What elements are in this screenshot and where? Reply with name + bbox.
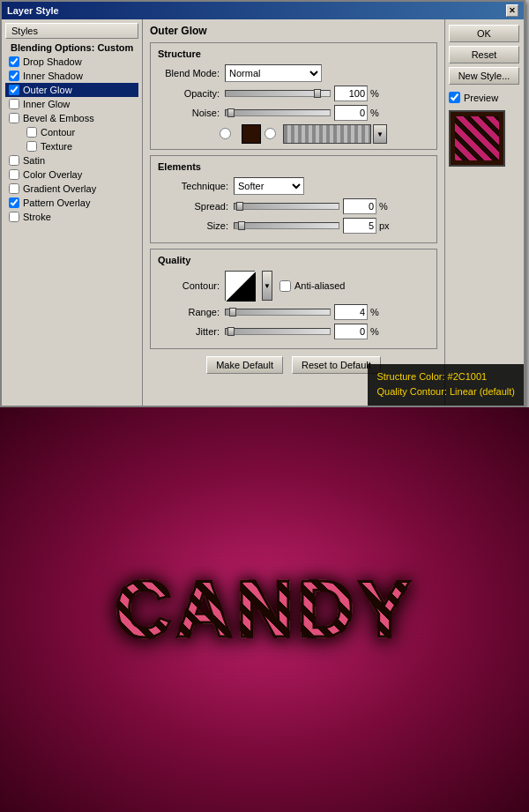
- ok-button[interactable]: OK: [449, 25, 519, 42]
- quality-title: Quality: [158, 255, 429, 265]
- texture-checkbox[interactable]: [26, 141, 37, 152]
- size-label: Size:: [158, 220, 228, 231]
- structure-title: Structure: [158, 48, 429, 59]
- preview-checkbox[interactable]: [449, 92, 460, 103]
- inner-shadow-checkbox[interactable]: [9, 71, 19, 81]
- sidebar-item-bevel-emboss[interactable]: Bevel & Emboss: [5, 111, 138, 125]
- main-content: Outer Glow Structure Blend Mode: Normal …: [143, 19, 444, 406]
- range-slider[interactable]: [225, 309, 331, 316]
- sidebar-item-color-overlay[interactable]: Color Overlay: [5, 168, 138, 182]
- solid-color-radio[interactable]: [220, 128, 231, 139]
- elements-title: Elements: [158, 161, 429, 172]
- canvas-area: CANDY: [0, 407, 529, 812]
- anti-alias-row: Anti-aliased: [279, 280, 345, 292]
- opacity-slider[interactable]: [225, 90, 331, 97]
- gradient-overlay-checkbox[interactable]: [9, 183, 19, 194]
- contour-label: Contour:: [158, 280, 220, 291]
- noise-slider[interactable]: [225, 109, 331, 116]
- contour-preview[interactable]: [225, 271, 255, 301]
- size-thumb[interactable]: [238, 221, 245, 230]
- contour-row: Contour: ▼ Anti-aliased: [158, 271, 429, 301]
- sidebar-item-inner-glow[interactable]: Inner Glow: [5, 97, 138, 111]
- action-panel: OK Reset New Style... Preview: [444, 19, 524, 406]
- noise-input[interactable]: [334, 105, 368, 121]
- blend-mode-label: Blend Mode:: [158, 68, 220, 78]
- pattern-overlay-checkbox[interactable]: [9, 197, 19, 208]
- technique-label: Technique:: [158, 181, 228, 191]
- color-overlay-checkbox[interactable]: [9, 169, 19, 180]
- noise-label: Noise:: [158, 108, 220, 118]
- sidebar-item-inner-shadow[interactable]: Inner Shadow: [5, 69, 138, 83]
- make-default-button[interactable]: Make Default: [206, 356, 283, 374]
- color-swatch[interactable]: [242, 124, 261, 144]
- sidebar-item-texture[interactable]: Texture: [5, 139, 138, 153]
- tooltip-box: Structure Color: #2C1001 Quality Contour…: [368, 364, 524, 406]
- spread-slider[interactable]: [234, 203, 339, 210]
- close-button[interactable]: ✕: [506, 4, 518, 17]
- jitter-row: Jitter: %: [158, 324, 429, 339]
- sidebar-item-outer-glow[interactable]: Outer Glow: [5, 83, 138, 97]
- preview-thumbnail: [449, 110, 505, 167]
- sidebar-item-pattern-overlay[interactable]: Pattern Overlay: [5, 196, 138, 210]
- sidebar-item-stroke[interactable]: Stroke: [5, 210, 138, 224]
- blend-mode-select[interactable]: Normal: [225, 64, 322, 82]
- range-unit: %: [370, 307, 379, 317]
- jitter-thumb[interactable]: [227, 327, 235, 336]
- contour-checkbox[interactable]: [26, 127, 37, 138]
- size-slider[interactable]: [234, 222, 339, 229]
- sidebar-item-contour[interactable]: Contour: [5, 125, 138, 139]
- blending-options-item[interactable]: Blending Options: Custom: [5, 41, 138, 55]
- gradient-radio[interactable]: [264, 128, 276, 139]
- preview-label: Preview: [449, 92, 520, 103]
- sidebar-item-satin[interactable]: Satin: [5, 153, 138, 168]
- noise-unit: %: [370, 108, 379, 118]
- section-title: Outer Glow: [150, 25, 437, 37]
- spread-input[interactable]: [343, 198, 376, 214]
- range-thumb[interactable]: [229, 308, 236, 317]
- noise-row: Noise: %: [158, 105, 429, 121]
- elements-group: Elements Technique: Softer Spread: %: [150, 155, 437, 243]
- size-input[interactable]: [343, 218, 376, 234]
- spread-row: Spread: %: [158, 198, 429, 214]
- sidebar-item-gradient-overlay[interactable]: Gradient Overlay: [5, 182, 138, 196]
- jitter-label: Jitter:: [158, 326, 220, 337]
- preview-thumb-inner: [455, 116, 499, 160]
- opacity-unit: %: [370, 88, 379, 99]
- sidebar-item-drop-shadow[interactable]: Drop Shadow: [5, 55, 138, 69]
- dialog-titlebar: Layer Style ✕: [2, 2, 524, 19]
- range-input[interactable]: [334, 304, 368, 320]
- dialog-body: Styles Blending Options: Custom Drop Sha…: [2, 19, 524, 406]
- structure-group: Structure Blend Mode: Normal Opacity: %: [150, 42, 437, 150]
- range-label: Range:: [158, 307, 220, 317]
- jitter-slider[interactable]: [225, 328, 331, 335]
- color-row: ▼: [158, 124, 429, 144]
- left-panel: Styles Blending Options: Custom Drop Sha…: [2, 19, 143, 406]
- technique-select[interactable]: Softer: [234, 177, 304, 195]
- opacity-thumb[interactable]: [314, 89, 321, 98]
- range-row: Range: %: [158, 304, 429, 320]
- gradient-swatch[interactable]: [283, 124, 371, 144]
- jitter-input[interactable]: [334, 324, 368, 339]
- new-style-button[interactable]: New Style...: [449, 67, 519, 85]
- size-unit: px: [379, 220, 390, 231]
- styles-header[interactable]: Styles: [5, 23, 138, 39]
- opacity-row: Opacity: %: [158, 86, 429, 101]
- satin-checkbox[interactable]: [9, 155, 19, 166]
- opacity-label: Opacity:: [158, 88, 220, 99]
- gradient-dropdown-arrow[interactable]: ▼: [373, 124, 387, 144]
- noise-thumb[interactable]: [227, 108, 235, 117]
- spread-thumb[interactable]: [236, 202, 243, 211]
- anti-alias-label: Anti-aliased: [294, 280, 345, 291]
- tooltip-line1: Structure Color: #2C1001: [376, 369, 515, 385]
- outer-glow-checkbox[interactable]: [9, 85, 19, 95]
- bevel-emboss-checkbox[interactable]: [9, 113, 19, 123]
- drop-shadow-checkbox[interactable]: [9, 56, 19, 67]
- tooltip-line2: Quality Contour: Linear (default): [376, 384, 515, 400]
- reset-button[interactable]: Reset: [449, 46, 519, 63]
- inner-glow-checkbox[interactable]: [9, 99, 19, 109]
- stroke-checkbox[interactable]: [9, 212, 19, 222]
- opacity-input[interactable]: [334, 86, 368, 101]
- blend-mode-row: Blend Mode: Normal: [158, 64, 429, 82]
- anti-alias-checkbox[interactable]: [279, 280, 291, 292]
- contour-dropdown-arrow[interactable]: ▼: [262, 271, 272, 301]
